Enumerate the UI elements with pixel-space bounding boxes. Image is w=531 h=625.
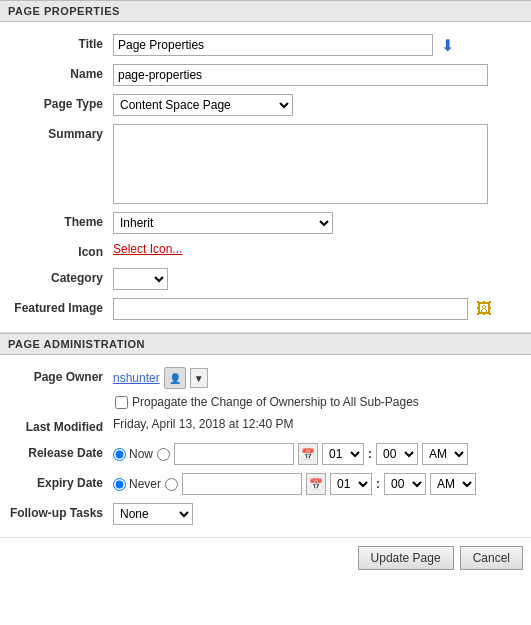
release-calendar-button[interactable]: 📅	[298, 443, 318, 465]
featured-image-field: 🖼	[113, 298, 523, 320]
release-now-radio[interactable]	[113, 448, 126, 461]
followup-select[interactable]: None Review Approve	[113, 503, 193, 525]
last-modified-field: Friday, April 13, 2018 at 12:40 PM	[113, 417, 523, 431]
category-row: Category	[0, 264, 531, 294]
summary-label: Summary	[8, 124, 113, 141]
title-row: Title ⬇	[0, 30, 531, 60]
expiry-ampm-select[interactable]: AM PM	[430, 473, 476, 495]
expiry-hour-select[interactable]: 01	[330, 473, 372, 495]
category-field	[113, 268, 523, 290]
summary-textarea[interactable]	[113, 124, 488, 204]
release-ampm-select[interactable]: AM PM	[422, 443, 468, 465]
page-properties-title: PAGE PROPERTIES	[8, 5, 120, 17]
last-modified-row: Last Modified Friday, April 13, 2018 at …	[0, 413, 531, 439]
name-row: Name	[0, 60, 531, 90]
release-date-row: Release Date Now 📅 01 : 00	[0, 439, 531, 469]
icon-row: Icon Select Icon...	[0, 238, 531, 264]
name-field	[113, 64, 523, 86]
last-modified-value: Friday, April 13, 2018 at 12:40 PM	[113, 417, 294, 431]
release-now-text: Now	[129, 447, 153, 461]
followup-field: None Review Approve	[113, 503, 523, 525]
summary-row: Summary	[0, 120, 531, 208]
title-label: Title	[8, 34, 113, 51]
expiry-never-radio[interactable]	[113, 478, 126, 491]
page-type-field: Content Space Page Default Blog	[113, 94, 523, 116]
expiry-time-colon: :	[376, 477, 380, 491]
release-min-select[interactable]: 00	[376, 443, 418, 465]
page-properties-header: PAGE PROPERTIES	[0, 0, 531, 22]
expiry-date-input[interactable]	[182, 473, 302, 495]
theme-field: Inherit Default Custom	[113, 212, 523, 234]
select-icon-link[interactable]: Select Icon...	[113, 242, 182, 256]
title-field: ⬇	[113, 34, 523, 56]
icon-field: Select Icon...	[113, 242, 523, 256]
propagate-row: Propagate the Change of Ownership to All…	[0, 393, 531, 413]
release-date-label: Release Date	[8, 443, 113, 460]
update-page-button[interactable]: Update Page	[358, 546, 454, 570]
expiry-date-field: Never 📅 01 : 00 AM PM	[113, 473, 523, 495]
propagate-checkbox[interactable]	[115, 396, 128, 409]
featured-image-row: Featured Image 🖼	[0, 294, 531, 324]
category-select[interactable]	[113, 268, 168, 290]
owner-avatar: 👤	[164, 367, 186, 389]
buttons-row: Update Page Cancel	[0, 538, 531, 578]
release-custom-label[interactable]	[157, 448, 170, 461]
owner-name-link[interactable]: nshunter	[113, 371, 160, 385]
expiry-never-label[interactable]: Never	[113, 477, 161, 491]
expiry-custom-radio[interactable]	[165, 478, 178, 491]
page-type-row: Page Type Content Space Page Default Blo…	[0, 90, 531, 120]
last-modified-label: Last Modified	[8, 417, 113, 434]
expiry-calendar-button[interactable]: 📅	[306, 473, 326, 495]
release-now-label[interactable]: Now	[113, 447, 153, 461]
propagate-label[interactable]: Propagate the Change of Ownership to All…	[115, 395, 523, 409]
followup-row: Follow-up Tasks None Review Approve	[0, 499, 531, 529]
expiry-custom-label[interactable]	[165, 478, 178, 491]
category-label: Category	[8, 268, 113, 285]
page-owner-field: nshunter 👤 ▼	[113, 367, 523, 389]
cancel-button[interactable]: Cancel	[460, 546, 523, 570]
followup-label: Follow-up Tasks	[8, 503, 113, 520]
theme-select[interactable]: Inherit Default Custom	[113, 212, 333, 234]
expiry-date-row: Expiry Date Never 📅 01 : 00	[0, 469, 531, 499]
download-icon: ⬇	[441, 36, 454, 55]
page-admin-title: PAGE ADMINISTRATION	[8, 338, 145, 350]
release-date-field: Now 📅 01 : 00 AM PM	[113, 443, 523, 465]
featured-image-label: Featured Image	[8, 298, 113, 315]
theme-label: Theme	[8, 212, 113, 229]
icon-label: Icon	[8, 242, 113, 259]
release-custom-radio[interactable]	[157, 448, 170, 461]
title-input[interactable]	[113, 34, 433, 56]
page-type-select[interactable]: Content Space Page Default Blog	[113, 94, 293, 116]
release-hour-select[interactable]: 01	[322, 443, 364, 465]
theme-row: Theme Inherit Default Custom	[0, 208, 531, 238]
name-input[interactable]	[113, 64, 488, 86]
page-owner-label: Page Owner	[8, 367, 113, 384]
release-date-input[interactable]	[174, 443, 294, 465]
release-time-colon: :	[368, 447, 372, 461]
propagate-text: Propagate the Change of Ownership to All…	[132, 395, 419, 409]
owner-dropdown-button[interactable]: ▼	[190, 368, 208, 388]
summary-field	[113, 124, 523, 204]
page-type-label: Page Type	[8, 94, 113, 111]
expiry-min-select[interactable]: 00	[384, 473, 426, 495]
expiry-date-label: Expiry Date	[8, 473, 113, 490]
name-label: Name	[8, 64, 113, 81]
page-owner-row: Page Owner nshunter 👤 ▼	[0, 363, 531, 393]
featured-image-icon: 🖼	[476, 300, 492, 318]
expiry-never-text: Never	[129, 477, 161, 491]
page-properties-section: PAGE PROPERTIES Title ⬇ Name Page Type C…	[0, 0, 531, 578]
featured-image-input[interactable]	[113, 298, 468, 320]
page-admin-header: PAGE ADMINISTRATION	[0, 333, 531, 355]
